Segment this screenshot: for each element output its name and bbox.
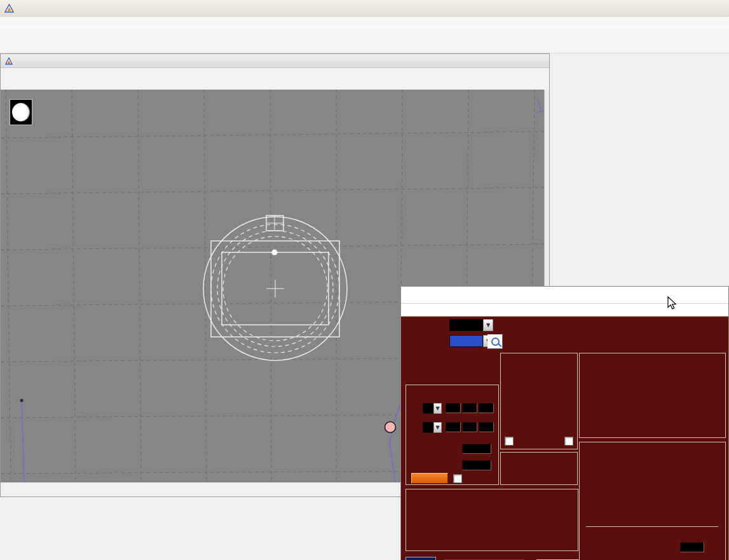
map-center-crosshair [266,280,284,297]
long-seconds-field[interactable] [479,422,494,432]
app-titlebar [0,0,729,17]
app-toolbar [0,29,729,53]
ascom-logo [405,557,436,560]
polefinder-box [500,452,578,485]
lat-seconds-field[interactable] [479,403,494,413]
scope-orientation-group [500,353,578,449]
dialog-menubar [401,304,728,317]
long-degrees-field[interactable] [446,422,461,432]
app-menubar [0,17,729,29]
fov-rotation-handle [272,250,278,256]
search-icon [491,338,500,346]
planet-marker [385,422,396,433]
lat-direction-select[interactable]: ▼ [423,403,442,414]
sky-toolbar [1,68,549,90]
long-minutes-field[interactable] [462,422,477,432]
prism-logo-icon [4,4,14,13]
ask-at-startup-row [505,437,517,446]
power-value [449,319,483,331]
lat-minutes-field[interactable] [462,403,477,413]
lat-degrees-field[interactable] [446,403,461,413]
long-direction-value [423,422,433,433]
telescope-setup-group [579,353,726,438]
moon-icon [10,99,32,125]
ask-at-startup-checkbox[interactable] [505,437,514,446]
temp-field[interactable] [462,460,491,470]
mount-safety-group [579,442,726,560]
elevation-field[interactable] [462,444,491,454]
site-group: ▼ ▼ [405,385,499,485]
mount-type-group [405,489,578,551]
ask-secondary-checkbox[interactable] [564,437,573,446]
thesky-checkbox[interactable] [453,474,462,483]
lat-direction-value [423,403,433,414]
serial-port-value [449,335,483,347]
meridian-delay-field[interactable] [680,542,704,552]
dialog-body: ▼ ▼ ▼ [401,317,728,560]
chevron-down-icon[interactable]: ▼ [433,422,442,433]
sky-window-titlebar [1,54,549,68]
temma-driver-setup-dialog: ▼ ▼ ▼ [400,286,729,560]
prism-logo-icon [5,57,13,65]
serial-port-select[interactable]: ▼ [449,335,493,347]
thesky-button[interactable] [411,473,448,484]
dialog-titlebar [401,287,728,304]
section-divider [586,526,718,527]
prism-application: ▼ ▼ ▼ [0,0,729,560]
chevron-down-icon[interactable]: ▼ [483,319,493,331]
chevron-down-icon[interactable]: ▼ [433,403,442,414]
power-select[interactable]: ▼ [449,319,493,331]
long-direction-select[interactable]: ▼ [423,422,442,433]
search-ports-button[interactable] [487,334,503,349]
